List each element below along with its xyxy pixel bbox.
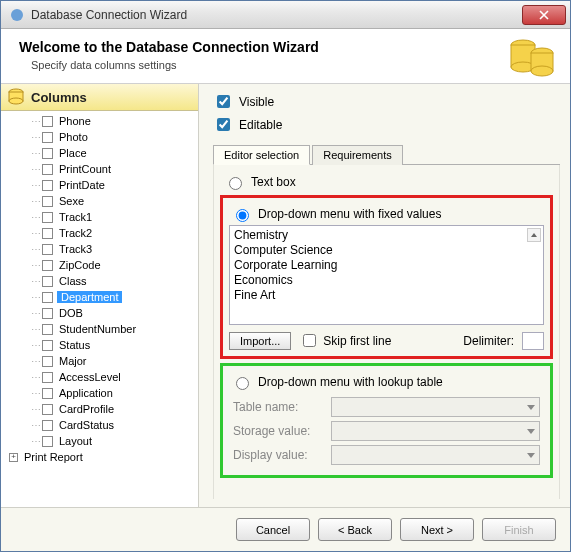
app-icon (9, 7, 25, 23)
tree-item[interactable]: ⋯CardProfile (1, 401, 198, 417)
cancel-button[interactable]: Cancel (236, 518, 310, 541)
radio-lookup-table[interactable]: Drop-down menu with lookup table (229, 371, 544, 393)
visible-checkbox[interactable]: Visible (213, 92, 560, 111)
tree-item[interactable]: ⋯Track3 (1, 241, 198, 257)
titlebar: Database Connection Wizard (1, 1, 570, 29)
wizard-header: Welcome to the Database Connection Wizar… (1, 29, 570, 84)
display-value-combo[interactable] (331, 445, 540, 465)
editable-checkbox[interactable]: Editable (213, 115, 560, 134)
tree-item[interactable]: ⋯PrintDate (1, 177, 198, 193)
right-pane: Visible Editable Editor selection Requir… (199, 84, 570, 507)
tab-body: Text box Drop-down menu with fixed value… (213, 165, 560, 499)
tabs: Editor selection Requirements (213, 144, 560, 165)
tree-item[interactable]: ⋯Place (1, 145, 198, 161)
wizard-window: Database Connection Wizard Welcome to th… (0, 0, 571, 552)
svg-point-9 (9, 98, 23, 104)
tree-item[interactable]: ⋯Photo (1, 129, 198, 145)
next-button[interactable]: Next > (400, 518, 474, 541)
tree-item[interactable]: ⋯Department (1, 289, 198, 305)
close-button[interactable] (522, 5, 566, 25)
import-button[interactable]: Import... (229, 332, 291, 350)
tree-item[interactable]: ⋯Status (1, 337, 198, 353)
fixed-values-box: Drop-down menu with fixed values Chemist… (220, 195, 553, 359)
tree-item[interactable]: ⋯ZipCode (1, 257, 198, 273)
delimiter-label: Delimiter: (463, 334, 514, 348)
tree-item[interactable]: ⋯Track1 (1, 209, 198, 225)
tab-editor-selection[interactable]: Editor selection (213, 145, 310, 165)
window-title: Database Connection Wizard (31, 8, 522, 22)
tree-item[interactable]: ⋯StudentNumber (1, 321, 198, 337)
radio-fixed-values[interactable]: Drop-down menu with fixed values (229, 203, 544, 225)
storage-value-row: Storage value: (233, 421, 540, 441)
header-title: Welcome to the Database Connection Wizar… (19, 39, 552, 55)
delimiter-input[interactable] (522, 332, 544, 350)
tree-item[interactable]: ⋯Layout (1, 433, 198, 449)
tree-item[interactable]: ⋯Track2 (1, 225, 198, 241)
header-subtitle: Specify data columns settings (31, 59, 552, 71)
back-button[interactable]: < Back (318, 518, 392, 541)
skip-first-line[interactable]: Skip first line (299, 331, 391, 350)
tree-item[interactable]: ⋯CardStatus (1, 417, 198, 433)
main-area: Columns ⋯Phone⋯Photo⋯Place⋯PrintCount⋯Pr… (1, 84, 570, 507)
storage-value-combo[interactable] (331, 421, 540, 441)
scroll-up-icon[interactable] (527, 228, 541, 242)
tree-item[interactable]: ⋯DOB (1, 305, 198, 321)
editable-check-input[interactable] (217, 118, 230, 131)
tree-item[interactable]: ⋯AccessLevel (1, 369, 198, 385)
tree-item[interactable]: ⋯Major (1, 353, 198, 369)
tree-item[interactable]: ⋯Application (1, 385, 198, 401)
value-item[interactable]: Fine Art (234, 288, 539, 303)
columns-tree[interactable]: ⋯Phone⋯Photo⋯Place⋯PrintCount⋯PrintDate⋯… (1, 111, 198, 507)
svg-point-0 (11, 9, 23, 21)
tab-requirements[interactable]: Requirements (312, 145, 402, 165)
value-item[interactable]: Corporate Learning (234, 258, 539, 273)
columns-header: Columns (1, 84, 198, 111)
svg-point-6 (531, 66, 553, 76)
tree-item[interactable]: ⋯Class (1, 273, 198, 289)
visible-check-input[interactable] (217, 95, 230, 108)
columns-icon (7, 88, 25, 106)
tree-item[interactable]: ⋯Sexe (1, 193, 198, 209)
database-icon (506, 35, 556, 79)
fixed-values-list[interactable]: ChemistryComputer ScienceCorporate Learn… (229, 225, 544, 325)
radio-textbox[interactable]: Text box (214, 171, 559, 193)
tree-item[interactable]: ⋯Phone (1, 113, 198, 129)
tree-item[interactable]: ⋯PrintCount (1, 161, 198, 177)
value-item[interactable]: Computer Science (234, 243, 539, 258)
value-item[interactable]: Chemistry (234, 228, 539, 243)
lookup-table-box: Drop-down menu with lookup table Table n… (220, 363, 553, 478)
tree-root[interactable]: +Print Report (1, 449, 198, 465)
value-item[interactable]: Economics (234, 273, 539, 288)
display-value-row: Display value: (233, 445, 540, 465)
table-name-combo[interactable] (331, 397, 540, 417)
columns-title: Columns (31, 90, 87, 105)
import-row: Import... Skip first line Delimiter: (229, 331, 544, 350)
table-name-row: Table name: (233, 397, 540, 417)
left-pane: Columns ⋯Phone⋯Photo⋯Place⋯PrintCount⋯Pr… (1, 84, 199, 507)
finish-button[interactable]: Finish (482, 518, 556, 541)
wizard-footer: Cancel < Back Next > Finish (1, 507, 570, 551)
